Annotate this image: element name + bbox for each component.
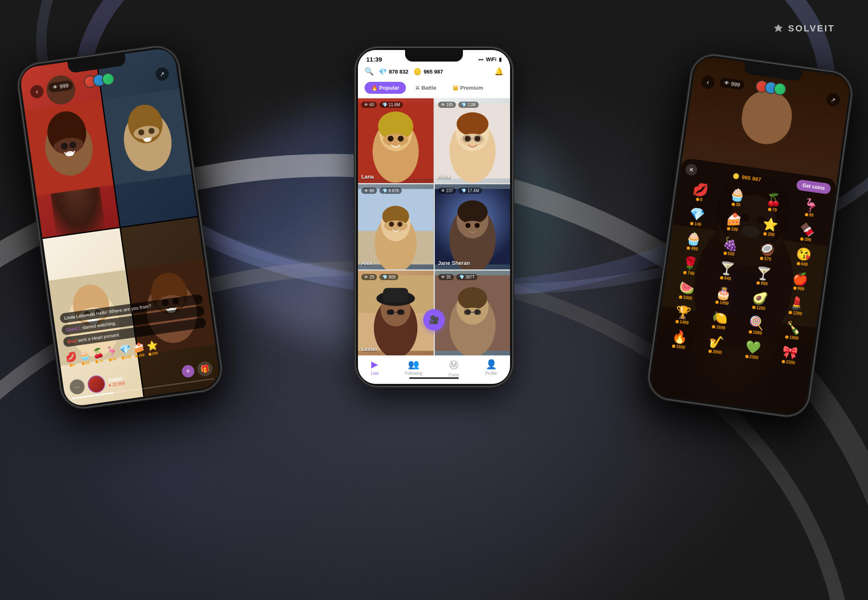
gift-item-4[interactable]: 🦩 99 <box>105 345 119 362</box>
svg-rect-76 <box>387 310 394 314</box>
gift-grid-right: 💋 8 🧁 39 🍒 79 🦩 99 💎 149 <box>661 179 829 369</box>
svg-point-37 <box>383 133 408 146</box>
gift-cell-24[interactable]: 🍾 1999 <box>774 317 812 345</box>
share-button-right[interactable]: ↗ <box>826 93 841 107</box>
gift-cell-6[interactable]: 🍰 199 <box>714 208 752 236</box>
gift-cell-10[interactable]: 🍇 500 <box>711 233 749 261</box>
nav-profile[interactable]: 👤 Profile <box>485 359 497 377</box>
gift-emoji-r6: 🍰 <box>725 212 742 227</box>
gift-emoji-1: 💋 <box>65 351 77 364</box>
gift-emoji-r16: 🍎 <box>792 271 808 286</box>
gift-cell-26[interactable]: 🎷 2000 <box>697 331 735 359</box>
gift-cell-28[interactable]: 🎀 2300 <box>770 341 808 369</box>
gift-price-r9: 499 <box>691 246 698 251</box>
chat-name-1: Linda Lebowski <box>64 312 95 320</box>
gift-item-2[interactable]: 🧁 39 <box>79 349 92 366</box>
gift-item-5[interactable]: 💎 149 <box>119 343 132 360</box>
gift-emoji-r13: 🌹 <box>682 256 699 271</box>
gift-cell-5[interactable]: 💎 149 <box>677 203 715 231</box>
viewers-badge-left: 👁 999 <box>48 80 73 93</box>
bell-icon[interactable]: 🔔 <box>494 67 503 76</box>
follow-button-left[interactable]: + <box>181 364 195 378</box>
gift-cell-14[interactable]: 🍸 849 <box>707 257 745 285</box>
stream-card-lana[interactable]: 👁 60 💎 11.6M Lana <box>358 98 434 183</box>
gift-cell-22[interactable]: 🍋 1699 <box>701 307 739 334</box>
viewers-count-right: 999 <box>731 81 741 88</box>
gift-emoji-r1: 💋 <box>692 183 709 197</box>
get-coins-button[interactable]: Get coins <box>796 179 832 195</box>
chat-button-left[interactable]: ··· <box>69 379 86 395</box>
stream-card-alex[interactable]: 👁88 💎8 878 Alex <box>358 184 434 269</box>
logo: SOLVEIT <box>773 23 835 34</box>
gift-cell-19[interactable]: 🥑 1200 <box>741 287 779 315</box>
gift-price-r10: 500 <box>727 251 735 257</box>
gift-cell-12[interactable]: 😘 649 <box>784 243 822 271</box>
gift-cell-21[interactable]: 🏆 1499 <box>664 302 702 329</box>
search-icon-center[interactable]: 🔍 <box>365 67 374 76</box>
profile-label: Profile <box>485 371 497 376</box>
gift-cell-8[interactable]: 🍫 399 <box>787 219 825 246</box>
gift-cell-11[interactable]: 🥥 579 <box>747 238 785 266</box>
svg-point-82 <box>458 287 487 310</box>
stream-card-lexter[interactable]: 👁29 💎909 Lexter <box>358 271 434 355</box>
stream-name-jane: Jane Sheran <box>438 260 470 266</box>
tab-premium[interactable]: 👑 Premium <box>446 82 490 94</box>
go-live-button[interactable]: 🎥 <box>423 309 445 331</box>
back-icon-right: ‹ <box>706 79 710 86</box>
stream-name-alice: Alice <box>438 174 451 180</box>
gift-cell-4[interactable]: 🦩 99 <box>791 194 829 222</box>
gift-price-1: 8 <box>73 362 75 367</box>
gift-emoji-r8: 🍫 <box>799 223 816 237</box>
viewers-lana: 60 <box>370 102 374 107</box>
gift-price-r27: 2300 <box>749 355 759 360</box>
gift-item-6[interactable]: 🍰 199 <box>132 342 145 358</box>
gift-item-3[interactable]: 🍒 79 <box>92 348 105 364</box>
gift-cell-27[interactable]: 💚 2300 <box>734 336 772 364</box>
gift-cell-25[interactable]: 🔥 1600 <box>661 326 699 354</box>
battery-icon: ▮ <box>499 57 502 62</box>
viewers-badge-6: 👁35 <box>438 274 454 280</box>
gift-price-r26: 2000 <box>712 349 722 355</box>
coins-icon: Ⓜ <box>449 359 458 371</box>
gift-price-r12: 649 <box>801 262 808 267</box>
stream-card-jane[interactable]: 👁237 💎17.4M Jane Sheran <box>435 184 510 269</box>
gift-cell-17[interactable]: 🍉 1000 <box>667 277 705 305</box>
gift-cell-20[interactable]: 💄 1299 <box>777 293 815 320</box>
gift-close-button[interactable]: ✕ <box>685 163 698 176</box>
stream-card-alice[interactable]: 👁185 💎11M Alice <box>435 98 510 183</box>
gift-emoji-r23: 🍭 <box>748 316 765 330</box>
gift-emoji-r2: 🧁 <box>729 188 746 202</box>
gift-cell-23[interactable]: 🍭 1899 <box>737 312 775 339</box>
share-button-left[interactable]: ↗ <box>155 67 169 81</box>
gift-item-7[interactable]: ⭐ 299 <box>146 340 159 356</box>
gift-cell-7[interactable]: ⭐ 299 <box>751 214 789 241</box>
stream-card-6[interactable]: 👁35 💎387T <box>435 271 510 355</box>
gift-cell-3[interactable]: 🍒 79 <box>754 189 792 217</box>
gems-badge-jane: 💎17.4M <box>458 188 482 194</box>
gift-cell-2[interactable]: 🧁 39 <box>718 184 756 212</box>
center-content: 11:39 ▪▪▪ WiFi ▮ 🔍 💎 878 832 🪙 965 987 <box>358 50 510 384</box>
gift-cell-13[interactable]: 🌹 749 <box>671 252 709 280</box>
gift-cell-18[interactable]: 🎂 1099 <box>704 282 742 310</box>
gift-item-1[interactable]: 💋 8 <box>65 351 78 368</box>
nav-live[interactable]: ▶ Live <box>371 359 379 377</box>
viewers-badge-jane: 👁237 <box>438 188 456 194</box>
gift-emoji-r7: ⭐ <box>762 217 779 232</box>
stream-bg-alice <box>435 98 510 183</box>
back-button-right[interactable]: ‹ <box>701 75 715 90</box>
nav-following[interactable]: 👥 Following <box>405 359 422 377</box>
gift-cell-15[interactable]: 🍸 899 <box>744 263 782 290</box>
viewers-badge-lexter: 👁29 <box>361 274 377 280</box>
tab-premium-label: 👑 Premium <box>452 85 483 91</box>
gift-price-r3: 79 <box>772 207 777 212</box>
back-button-left[interactable]: ‹ <box>29 84 44 99</box>
gem-amount: 878 832 <box>389 69 408 75</box>
nav-coins[interactable]: Ⓜ Coins <box>448 359 459 377</box>
tab-battle[interactable]: ⚔ Battle <box>408 82 443 94</box>
gift-button-left[interactable]: 🎁 <box>196 360 213 377</box>
gift-price-r4: 99 <box>808 212 814 217</box>
tab-popular[interactable]: 🔥 Popular <box>365 82 406 94</box>
gift-cell-1[interactable]: 💋 8 <box>681 179 719 206</box>
gift-cell-16[interactable]: 🍎 999 <box>781 268 819 295</box>
gift-cell-9[interactable]: 🧁 499 <box>674 228 712 255</box>
